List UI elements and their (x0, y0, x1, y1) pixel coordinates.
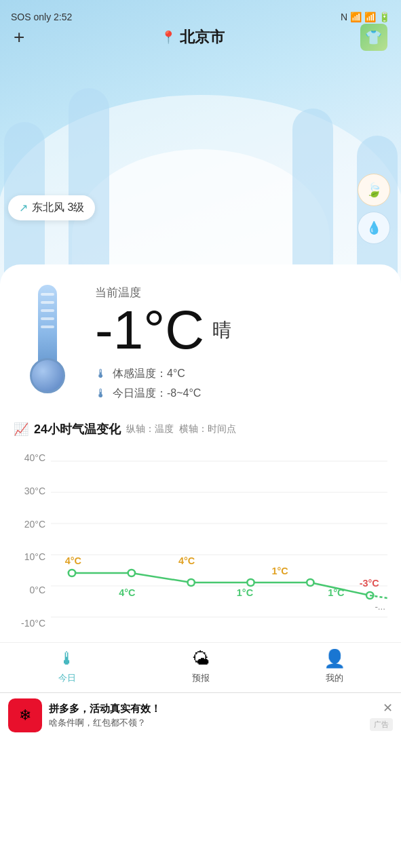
forecast-icon: 🌤 (192, 648, 210, 669)
chart-title: 24小时气温变化 (34, 421, 121, 437)
battery-icon: 🔋 (379, 12, 390, 22)
thermo-line-1 (41, 293, 54, 296)
ad-banner: ❄ 拼多多，活动真实有效！ 啥条件啊，红包都不领？ ✕ 广告 (0, 692, 401, 738)
today-range-text: 今日温度：-8~4°C (113, 387, 201, 401)
today-icon: 🌡 (58, 648, 76, 669)
main-content: 当前温度 -1°C 晴 🌡 体感温度：4°C 🌡 今日温度：-8~4°C (0, 264, 401, 642)
thermometer-lines (38, 285, 57, 336)
ad-logo: ❄ (8, 698, 42, 732)
ad-subtitle: 啥条件啊，红包都不领？ (49, 717, 363, 729)
svg-text:1°C: 1°C (328, 587, 344, 598)
wifi-icon: 📶 (364, 12, 376, 22)
x-axis-label: 横轴：时间点 (179, 423, 236, 435)
svg-text:-...: -... (375, 601, 385, 612)
svg-point-7 (128, 570, 135, 576)
svg-point-10 (307, 579, 313, 586)
svg-text:1°C: 1°C (272, 566, 288, 576)
feels-like-text: 体感温度：4°C (113, 367, 185, 381)
wind-badge: ↗ 东北风 3级 (8, 195, 95, 220)
thermo-line-4 (41, 317, 54, 320)
nav-today[interactable]: 🌡 今日 (40, 648, 94, 684)
svg-text:1°C: 1°C (237, 587, 253, 598)
thermometer-bulb (30, 358, 65, 393)
ad-close-button[interactable]: ✕ (383, 701, 393, 715)
profile-icon: 👤 (324, 648, 345, 669)
y-label-40: 40°C (14, 452, 51, 463)
ad-label: 广告 (370, 718, 393, 731)
humidity-button[interactable]: 💧 (358, 212, 390, 244)
pillar-3 (292, 108, 333, 285)
pillar-2 (69, 88, 109, 285)
y-label-10: 10°C (14, 551, 51, 562)
svg-text:4°C: 4°C (178, 555, 195, 566)
feels-like-row: 🌡 体感温度：4°C (95, 367, 387, 381)
nav-mine[interactable]: 👤 我的 (307, 648, 362, 684)
svg-point-8 (188, 579, 195, 586)
thermo-line-3 (41, 309, 54, 312)
ad-logo-icon: ❄ (19, 707, 31, 724)
status-icons: N 📶 📶 🔋 (341, 12, 390, 22)
nfc-icon: N (341, 12, 347, 22)
temperature-chart: 4°C 4°C 1°C -3°C 4°C 1°C 1°C -... (51, 446, 387, 635)
y-label-30: 30°C (14, 486, 51, 496)
chart-icon: 📈 (14, 422, 28, 437)
wind-info: 东北风 3级 (32, 201, 84, 215)
y-axis-labels: 40°C 30°C 20°C 10°C 0°C -10°C (14, 446, 51, 635)
today-range-row: 🌡 今日温度：-8~4°C (95, 387, 387, 401)
drop-icon: 💧 (366, 220, 381, 235)
weather-condition: 晴 (212, 317, 231, 343)
svg-text:4°C: 4°C (65, 555, 81, 566)
bottom-nav: 🌡 今日 🌤 预报 👤 我的 (0, 642, 401, 692)
leaf-icon: 🍃 (366, 182, 383, 198)
svg-text:4°C: 4°C (119, 587, 135, 598)
chart-header: 📈 24小时气温变化 纵轴：温度 横轴：时间点 (14, 421, 387, 437)
chart-plot-area: 4°C 4°C 1°C -3°C 4°C 1°C 1°C -... (51, 446, 387, 635)
y-label-neg10: -10°C (14, 618, 51, 629)
temp-value-row: -1°C 晴 (95, 303, 387, 357)
status-bar: SOS only 2:52 N 📶 📶 🔋 (0, 0, 401, 34)
ad-right: ✕ 广告 (370, 701, 393, 731)
thermometer-range-icon: 🌡 (95, 387, 107, 401)
nav-forecast[interactable]: 🌤 预报 (174, 648, 228, 684)
svg-point-6 (69, 570, 75, 576)
status-time: SOS only 2:52 (11, 12, 72, 22)
svg-point-9 (247, 579, 254, 586)
signal-icon: 📶 (350, 12, 362, 22)
thermometer (30, 285, 65, 393)
chart-wrapper: 40°C 30°C 20°C 10°C 0°C -10°C (14, 446, 387, 635)
wind-direction-icon: ↗ (19, 201, 28, 214)
today-label: 今日 (58, 672, 76, 684)
temp-number: -1 (95, 300, 143, 360)
leaf-button[interactable]: 🍃 (358, 174, 390, 206)
temperature-section: 当前温度 -1°C 晴 🌡 体感温度：4°C 🌡 今日温度：-8~4°C (14, 278, 387, 414)
temperature-value: -1°C (95, 303, 204, 357)
ad-title: 拼多多，活动真实有效！ (49, 703, 363, 715)
float-icons: 🍃 💧 (358, 174, 390, 244)
thermometer-tube (38, 285, 57, 366)
current-temp-label: 当前温度 (95, 285, 387, 300)
temp-unit: °C (143, 300, 204, 360)
arch-decoration (0, 81, 401, 285)
y-label-0: 0°C (14, 585, 51, 595)
temp-details: 🌡 体感温度：4°C 🌡 今日温度：-8~4°C (95, 367, 387, 401)
thermometer-container (14, 285, 81, 393)
y-axis-label: 纵轴：温度 (126, 423, 174, 435)
mine-label: 我的 (326, 672, 343, 684)
thermometer-small-icon: 🌡 (95, 367, 107, 381)
thermo-line-5 (41, 326, 54, 328)
ad-text: 拼多多，活动真实有效！ 啥条件啊，红包都不领？ (49, 703, 363, 729)
temp-info: 当前温度 -1°C 晴 🌡 体感温度：4°C 🌡 今日温度：-8~4°C (95, 285, 387, 401)
chart-section: 📈 24小时气温变化 纵轴：温度 横轴：时间点 40°C 30°C 20°C 1… (14, 421, 387, 642)
forecast-label: 预报 (192, 672, 210, 684)
thermo-line-2 (41, 301, 54, 304)
hero-section: + 📍 北京市 👕 ↗ 东北风 3级 🍃 💧 (0, 0, 401, 285)
y-label-20: 20°C (14, 519, 51, 530)
svg-text:-3°C: -3°C (360, 578, 379, 589)
